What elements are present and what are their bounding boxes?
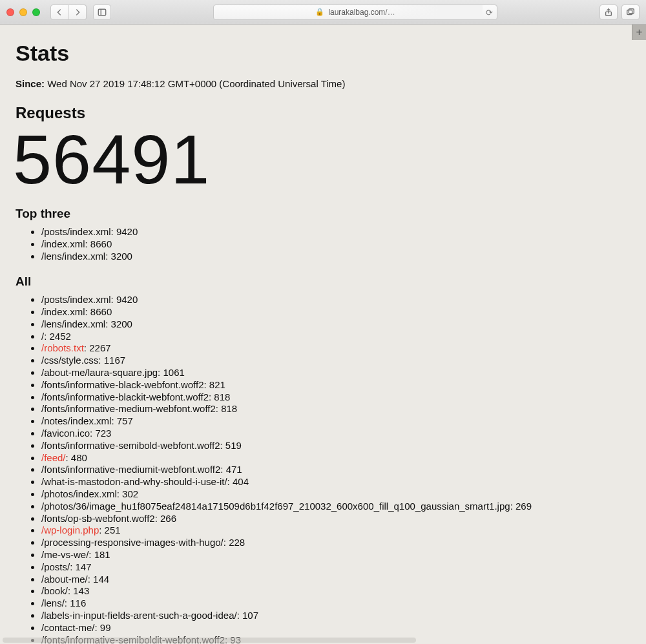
request-path: /posts/index.xml [41, 294, 111, 305]
request-path: /photos/36/image_hu1f8075eaf24814a171509… [41, 501, 510, 512]
request-path: /what-is-mastodon-and-why-should-i-use-i… [41, 476, 227, 487]
chevron-right-icon [73, 8, 82, 17]
list-item: /index.xml: 8660 [41, 306, 630, 318]
list-item: /wp-login.php: 251 [41, 525, 630, 536]
svg-rect-4 [627, 10, 632, 14]
list-item: /contact-me/: 99 [41, 622, 630, 634]
request-path: /favicon.ico [41, 428, 90, 439]
list-item: /posts/: 147 [41, 561, 630, 573]
sidebar-button[interactable] [93, 5, 111, 20]
browser-toolbar: 🔒 laurakalbag.com/… ⟳ [0, 0, 646, 25]
forward-button[interactable] [68, 5, 87, 20]
list-item: /fonts/informative-semibold-webfont.woff… [41, 440, 630, 452]
list-item: /about-me/laura-square.jpg: 1061 [41, 367, 630, 379]
request-path: /fonts/informative-medium-webfont.woff2 [41, 403, 216, 414]
request-path: /notes/index.xml [41, 415, 111, 426]
list-item: /robots.txt: 2267 [41, 342, 630, 354]
minimize-window-button[interactable] [19, 8, 27, 16]
request-path: /lens/ [41, 597, 65, 608]
list-item: /me-vs-we/: 181 [41, 549, 630, 561]
request-path: /about-me/laura-square.jpg [41, 367, 158, 378]
list-item: /processing-responsive-images-with-hugo/… [41, 537, 630, 548]
tabs-icon [626, 8, 635, 17]
list-item: /posts/index.xml: 9420 [41, 294, 630, 306]
request-path: /contact-me/ [41, 622, 95, 633]
all-heading: All [16, 274, 630, 289]
request-path: /feed/ [41, 452, 66, 463]
request-path: / [41, 331, 44, 342]
list-item: /lens/: 116 [41, 597, 630, 609]
list-item: /favicon.ico: 723 [41, 428, 630, 439]
list-item: /: 2452 [41, 331, 630, 342]
share-button[interactable] [599, 5, 618, 20]
requests-total: 56491 [13, 125, 630, 194]
request-path: /lens/index.xml [41, 318, 105, 329]
list-item: /notes/index.xml: 757 [41, 415, 630, 427]
svg-rect-0 [98, 9, 105, 16]
request-path: /index.xml [41, 238, 85, 249]
list-item: /fonts/informative-blackit-webfont.woff2… [41, 391, 630, 403]
list-item: /fonts/informative-black-webfont.woff2: … [41, 379, 630, 391]
back-button[interactable] [50, 5, 68, 20]
top-three-list: /posts/index.xml: 9420/index.xml: 8660/l… [16, 226, 630, 262]
address-truncation [373, 5, 483, 19]
close-window-button[interactable] [6, 8, 14, 16]
nav-back-forward [50, 5, 87, 20]
request-path: /processing-responsive-images-with-hugo/ [41, 537, 224, 548]
since-value: Wed Nov 27 2019 17:48:12 GMT+0000 (Coord… [47, 78, 345, 89]
show-tabs-button[interactable] [621, 5, 640, 20]
list-item: /feed/: 480 [41, 452, 630, 464]
request-path: /lens/index.xml [41, 251, 105, 262]
share-icon [604, 8, 613, 17]
window-controls [6, 8, 40, 16]
request-path: /me-vs-we/ [41, 549, 89, 560]
list-item: /what-is-mastodon-and-why-should-i-use-i… [41, 476, 630, 488]
list-item: /fonts/informative-mediumit-webfont.woff… [41, 464, 630, 475]
chevron-left-icon [55, 8, 64, 17]
request-path: /book/ [41, 585, 68, 596]
request-path: /wp-login.php [41, 525, 99, 535]
request-path: /fonts/op-sb-webfont.woff2 [41, 513, 155, 524]
top-three-heading: Top three [16, 206, 630, 221]
since-line: Since: Wed Nov 27 2019 17:48:12 GMT+0000… [16, 78, 630, 90]
request-path: /fonts/informative-semibold-webfont.woff… [41, 440, 220, 451]
requests-heading: Requests [16, 103, 630, 122]
list-item: /css/style.css: 1167 [41, 355, 630, 366]
address-bar[interactable]: 🔒 laurakalbag.com/… ⟳ [213, 5, 497, 20]
request-path: /index.xml [41, 306, 85, 317]
request-path: /robots.txt [41, 342, 84, 353]
request-path: /fonts/informative-mediumit-webfont.woff… [41, 464, 220, 475]
list-item: /fonts/op-sb-webfont.woff2: 266 [41, 513, 630, 525]
list-item: /lens/index.xml: 3200 [41, 251, 630, 262]
list-item: /photos/index.xml: 302 [41, 488, 630, 500]
reload-button[interactable]: ⟳ [486, 7, 493, 17]
toolbar-right [599, 5, 640, 20]
list-item: /book/: 143 [41, 585, 630, 597]
request-path: /photos/index.xml [41, 488, 117, 499]
list-item: /posts/index.xml: 9420 [41, 226, 630, 238]
list-item: /fonts/informative-medium-webfont.woff2:… [41, 403, 630, 415]
new-tab-button[interactable]: + [632, 25, 646, 40]
page-title: Stats [16, 40, 630, 67]
request-path: /posts/ [41, 561, 70, 572]
list-item: /about-me/: 144 [41, 574, 630, 585]
request-path: /labels-in-input-fields-arent-such-a-goo… [41, 610, 237, 621]
zoom-window-button[interactable] [32, 8, 40, 16]
request-path: /posts/index.xml [41, 226, 111, 237]
request-path: /css/style.css [41, 355, 98, 366]
since-label: Since: [16, 78, 45, 89]
list-item: /photos/36/image_hu1f8075eaf24814a171509… [41, 501, 630, 512]
page-content: Stats Since: Wed Nov 27 2019 17:48:12 GM… [0, 25, 646, 644]
all-list: /posts/index.xml: 9420/index.xml: 8660/l… [16, 294, 630, 644]
browser-viewport: + Stats Since: Wed Nov 27 2019 17:48:12 … [0, 25, 646, 644]
request-path: /fonts/informative-black-webfont.woff2 [41, 379, 204, 390]
list-item: /labels-in-input-fields-arent-such-a-goo… [41, 610, 630, 621]
request-path: /fonts/informative-blackit-webfont.woff2 [41, 391, 209, 402]
lock-icon: 🔒 [315, 8, 324, 16]
list-item: /lens/index.xml: 3200 [41, 318, 630, 330]
request-path: /about-me/ [41, 574, 88, 585]
sidebar-icon [98, 8, 107, 17]
horizontal-scrollbar[interactable] [3, 638, 416, 643]
list-item: /index.xml: 8660 [41, 238, 630, 250]
